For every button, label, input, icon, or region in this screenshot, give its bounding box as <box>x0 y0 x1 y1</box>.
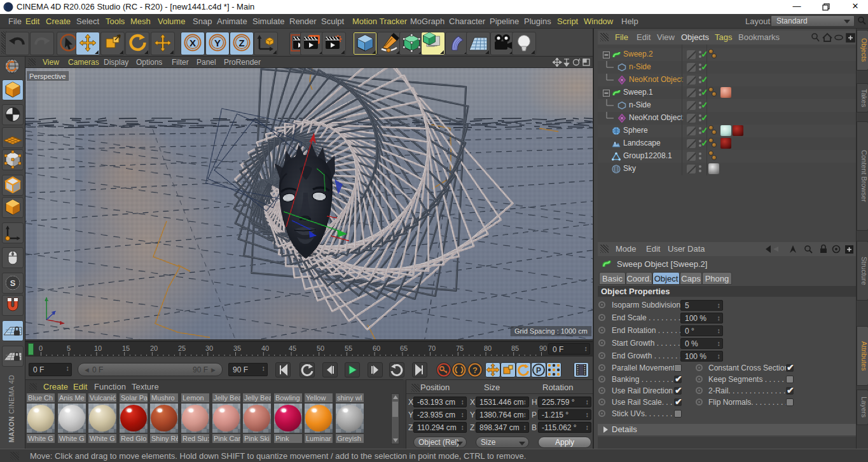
svg-text:X: X <box>189 37 196 48</box>
svg-text:?: ? <box>472 365 478 375</box>
svg-text:P: P <box>536 366 541 375</box>
svg-text:Z: Z <box>238 37 244 48</box>
svg-text:Perspective: Perspective <box>29 72 65 80</box>
svg-text:Grid Spacing : 1000 cm: Grid Spacing : 1000 cm <box>514 327 588 335</box>
svg-text:Y: Y <box>214 37 220 48</box>
svg-text:S: S <box>10 278 16 288</box>
